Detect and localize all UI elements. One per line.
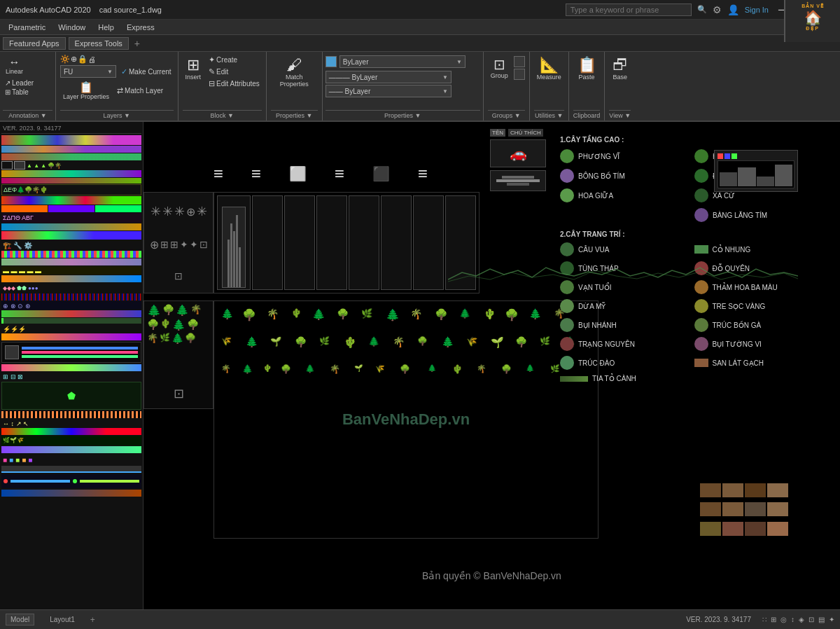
logo-text-dep: ĐẸP — [806, 26, 820, 32]
match-layer-btn[interactable]: ⇄ Match Layer — [115, 79, 165, 102]
edit-attr-icon: ⊟ — [209, 79, 215, 88]
lineweight-btn[interactable]: ▤ — [818, 616, 825, 623]
cad-row-20 — [1, 411, 141, 418]
bylayer-color-dropdown[interactable]: ByLayer ▼ — [340, 55, 465, 68]
drawing-area[interactable]: ≡ ≡ ⬜ ≡ ⬛ ≡ ✳ ✳ ✳ ⊕ ✳ ⊕ ⊞ ⊞ ✦ ✦ ⊡ ⊡ — [144, 122, 840, 609]
layers-section-label[interactable]: Layers ▼ — [60, 110, 174, 119]
ribbon-groups-group: ⊡ Group Groups ▼ — [484, 52, 530, 120]
linear-btn[interactable]: ↔ Linear — [3, 55, 26, 77]
ortho-btn[interactable]: ◎ — [780, 616, 787, 623]
search-icon: 🔍 — [697, 5, 707, 14]
match-props-section-label[interactable]: Properties ▼ — [271, 110, 318, 119]
ribbon-view-group: 🗗 Base View ▼ — [605, 52, 635, 120]
legend-name-16: BỤI TƯỜNG VI — [713, 340, 827, 348]
tabbar: Featured Apps Express Tools + — [0, 35, 840, 52]
legend-name-san-lat: SAN LÁT GẠCH — [713, 359, 827, 367]
paste-btn[interactable]: 📋 Paste — [573, 55, 601, 83]
add-layout-btn[interactable]: + — [90, 615, 95, 625]
edit-btn[interactable]: ✎ Edit — [206, 67, 262, 77]
view-section-label[interactable]: View ▼ — [609, 110, 631, 119]
block-section-label[interactable]: Block ▼ — [183, 110, 262, 119]
cad-row-6 — [1, 178, 141, 184]
legend-bar-1 — [560, 376, 588, 382]
legend-dot-11 — [560, 299, 574, 313]
color-swatch — [326, 56, 337, 67]
groups-section-label[interactable]: Groups ▼ — [488, 110, 525, 119]
edit-icon: ✎ — [209, 67, 215, 76]
ribbon-match-props-group: 🖌 Match Properties Properties ▼ — [267, 52, 323, 120]
cad-symbol: ⬟ — [1, 382, 141, 410]
otrack-btn[interactable]: ⊡ — [808, 616, 814, 623]
cad-row-8 — [1, 205, 141, 212]
cad-row-17 — [1, 318, 141, 324]
legend-name-9: VẠN TUỔI — [578, 284, 692, 291]
legend-dot-15 — [560, 337, 574, 351]
leader-btn[interactable]: ↗ Leader — [3, 78, 36, 88]
canvas-area[interactable]: VER. 2023. 9. 34177 ▲ ▲ ▲ 🌳🌴 ΔΕΦ🌲🌳🌴🌵 ΣΔΠ… — [0, 122, 840, 609]
base-btn[interactable]: 🗗 Base — [609, 55, 631, 83]
menu-express[interactable]: Express — [121, 22, 160, 33]
polar-btn[interactable]: ↕ — [791, 616, 794, 623]
cad-row-14: ◆◆◆ ⬟⬟ ●●● — [1, 283, 141, 293]
make-current-btn[interactable]: ✓ Make Current — [119, 67, 174, 77]
cad-row-9 — [1, 223, 141, 230]
logo-house-icon: 🏠 — [804, 9, 822, 26]
create-btn[interactable]: ✦ Create — [206, 55, 262, 65]
osnap-btn[interactable]: ◈ — [799, 616, 804, 623]
cad-row-23: ■ ■ ■ ■ ■ — [1, 454, 141, 465]
group-option-1[interactable] — [514, 56, 525, 67]
center-symbol: ⊡ — [174, 386, 184, 401]
plants-panel: 🌲 🌳 🌴 🌵 🌲 🌳 🌿 🌲 🌴 🌳 🌲 🌵 🌳 🌲 🌴 🌾 🌲 🌱 🌳 🌿 … — [214, 300, 598, 539]
patterns-panel: ✳ ✳ ✳ ⊕ ✳ ⊕ ⊞ ⊞ ✦ ✦ ⊡ ⊡ — [144, 192, 214, 293]
layout1-tab[interactable]: Layout1 — [46, 614, 79, 625]
signin-label[interactable]: Sign In — [745, 6, 769, 14]
insert-btn[interactable]: ⊞ Insert — [183, 55, 204, 83]
match-properties-btn[interactable]: 🖌 Match Properties — [271, 55, 318, 90]
cad-row-15 — [1, 293, 141, 300]
account-icon[interactable]: 👤 — [727, 4, 739, 15]
layer-icon-3: 🔒 — [78, 55, 88, 64]
symbol-3: ⬜ — [289, 165, 307, 182]
tab-express-tools[interactable]: Express Tools — [69, 37, 129, 50]
menu-parametric[interactable]: Parametric — [3, 22, 51, 33]
edit-attributes-label: Edit Attributes — [216, 80, 260, 88]
search-input[interactable] — [566, 4, 692, 16]
group-btn[interactable]: ⊡ Group — [488, 55, 511, 81]
fu-dropdown[interactable]: FU ▼ — [60, 65, 116, 78]
properties-label: Properties — [280, 81, 309, 88]
legend-rect-2 — [694, 359, 708, 367]
symbol-1: ≡ — [214, 164, 223, 184]
table-btn[interactable]: ⊞ Table — [3, 88, 31, 97]
cad-row-5 — [1, 170, 141, 177]
clipboard-section-label[interactable]: Clipboard — [573, 110, 601, 119]
tab-featured-apps[interactable]: Featured Apps — [3, 37, 66, 50]
properties-section-label[interactable]: Properties ▼ — [326, 110, 480, 119]
symbol-2: ≡ — [251, 164, 261, 184]
measure-btn[interactable]: 📐 Measure — [534, 55, 564, 83]
menu-window[interactable]: Window — [52, 22, 91, 33]
settings-icon[interactable]: ⚙ — [713, 4, 722, 15]
layer-properties-btn[interactable]: 📋 Layer Properties — [60, 79, 112, 102]
cad-special-row — [1, 342, 141, 363]
snap-btn[interactable]: ⊞ — [771, 616, 776, 623]
model-tab[interactable]: Model — [6, 614, 34, 625]
titlebar-left: Autodesk AutoCAD 2020 cad source_1.dwg — [6, 6, 162, 14]
annotation-section-label[interactable]: Annotation ▼ — [3, 110, 52, 119]
legend-dot-5 — [694, 188, 708, 202]
group-option-2[interactable] — [514, 69, 525, 80]
legend-name-11: DỪA MỸ — [578, 303, 692, 310]
coords-display: VER. 2023. 9. 34177 — [686, 616, 751, 623]
add-tab-btn[interactable]: + — [134, 38, 140, 49]
cad-row-19 — [1, 364, 141, 371]
units-btn[interactable]: ✦ — [829, 616, 834, 623]
menu-help[interactable]: Help — [92, 22, 120, 33]
utilities-section-label[interactable]: Utilities ▼ — [534, 110, 564, 119]
legend-dot-bong-bo-tim — [560, 169, 574, 183]
legend-dot-16 — [694, 337, 708, 351]
edit-attributes-btn[interactable]: ⊟ Edit Attributes — [206, 78, 262, 89]
create-label: Create — [216, 56, 237, 64]
bylayer-lineweight-dropdown[interactable]: —— ByLayer ▼ — [326, 85, 451, 97]
bylayer-linetype-dropdown[interactable]: ——— ByLayer ▼ — [326, 71, 451, 83]
match-layer-icon: ⇄ — [117, 86, 123, 95]
grid-btn[interactable]: ∷ — [762, 616, 766, 623]
